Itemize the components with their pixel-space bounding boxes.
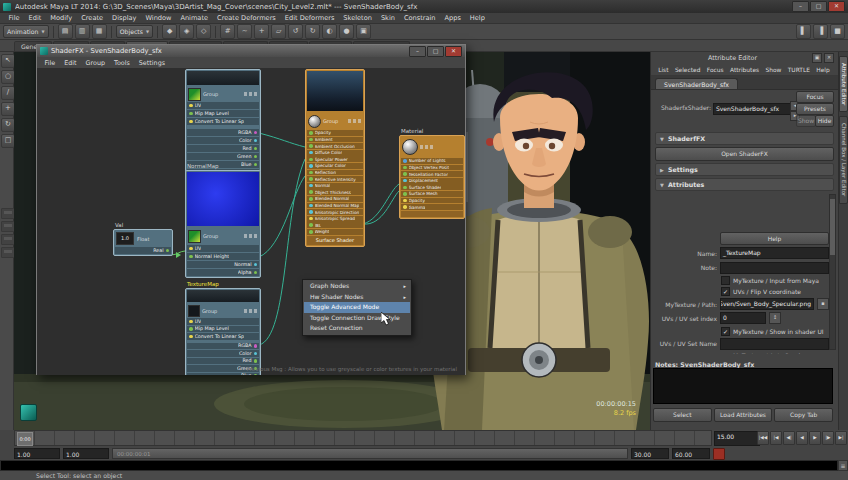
maximize-button[interactable]: ▢ xyxy=(810,1,827,12)
step-back-frame-button[interactable]: |◀ xyxy=(770,431,782,445)
node-input-port[interactable]: Convert To Linear Sp xyxy=(187,333,259,340)
node-tab[interactable]: SvenShaderBody_sfx xyxy=(655,78,738,89)
section-settings[interactable]: ▶Settings xyxy=(655,163,834,176)
menu-item[interactable]: Attributes xyxy=(727,67,762,73)
show-in-shader-ui-checkbox[interactable]: ✓ xyxy=(721,327,730,336)
attribute-editor-footer-button[interactable]: Load Attributes xyxy=(714,408,773,422)
menu-item[interactable]: Edit xyxy=(60,59,81,67)
node-output-port[interactable]: Alpha xyxy=(187,269,259,276)
step-forward-frame-button[interactable]: ▶| xyxy=(835,431,847,445)
node-output-port[interactable]: Color xyxy=(187,137,259,144)
layout-shortcut-button[interactable] xyxy=(1,247,15,258)
open-shaderfx-button[interactable]: Open ShaderFX xyxy=(655,147,834,161)
select-hierarchy-icon[interactable]: ◆ xyxy=(162,24,177,39)
name-field[interactable]: _TextureMap xyxy=(720,247,829,259)
lasso-tool-icon[interactable]: ○ xyxy=(1,70,15,84)
move-tool-icon[interactable]: + xyxy=(1,102,15,116)
texture-path-field[interactable]: sourceimages/Sven/Sven_Body_Specular.png xyxy=(720,298,814,310)
node-input-port[interactable]: Normal xyxy=(307,183,363,189)
node-input-port[interactable]: Object Vertex Posit xyxy=(401,165,463,171)
node-input-port[interactable]: Number of Lights xyxy=(401,158,463,164)
menu-item[interactable]: Help xyxy=(465,14,489,22)
menu-item[interactable]: Tools xyxy=(110,59,135,67)
node-input-port[interactable]: Opacity xyxy=(401,198,463,204)
node-material[interactable]: Material Number of LightsObject Vertex P… xyxy=(399,135,465,219)
node-output-port[interactable]: Color xyxy=(187,350,259,357)
attribute-editor-toggle-icon[interactable]: ■ xyxy=(830,24,845,39)
node-input-port[interactable]: Diffuse Color xyxy=(307,150,363,156)
node-input-port[interactable]: Surface Mesh xyxy=(401,191,463,197)
menu-item[interactable]: Create Deformers xyxy=(213,14,281,22)
node-val[interactable]: Val 1.0 Float Real xyxy=(113,229,173,256)
node-header-icons[interactable] xyxy=(244,234,258,238)
menu-item[interactable]: Focus xyxy=(704,67,727,73)
flip-v-checkbox[interactable]: ✓ xyxy=(721,287,730,296)
context-menu-item[interactable]: Graph Nodes xyxy=(304,281,410,292)
notes-area[interactable] xyxy=(653,368,833,404)
anim-start-field[interactable]: 1.00 xyxy=(14,448,60,459)
node-input-port[interactable]: Ambient Occlusion xyxy=(307,143,363,149)
uv-set-name-field[interactable] xyxy=(720,338,829,350)
attribute-editor-footer-button[interactable]: Select xyxy=(653,408,712,422)
presets-button[interactable]: Presets xyxy=(796,103,834,115)
step-back-key-button[interactable]: ◀| xyxy=(783,431,795,445)
close-button[interactable]: ✕ xyxy=(828,1,845,12)
menu-item[interactable]: TURTLE xyxy=(785,67,814,73)
undo-icon[interactable]: ↺ xyxy=(288,24,303,39)
playhead[interactable]: 0:00 xyxy=(17,432,33,446)
context-menu-item[interactable]: Reset Connection xyxy=(304,323,410,334)
maximize-button[interactable]: ▢ xyxy=(427,46,444,57)
node-input-port[interactable]: UV xyxy=(187,245,259,252)
context-menu-item[interactable]: Toggle Connection Draw Style xyxy=(304,313,410,324)
menu-item[interactable]: Apps xyxy=(440,14,465,22)
node-input-port[interactable]: Reflection xyxy=(307,170,363,176)
layout-shortcut-button[interactable] xyxy=(1,234,15,245)
shaderfx-node-canvas[interactable]: TextureMap Group UVMip Map LevelConvert … xyxy=(37,69,465,375)
node-output-port[interactable]: Red xyxy=(187,358,259,365)
node-surface-shader[interactable]: Group OpacityAmbientAmbient OcclusionDif… xyxy=(305,69,365,247)
node-input-port[interactable]: UV xyxy=(187,102,259,109)
node-input-port[interactable]: Weight xyxy=(307,229,363,235)
scale-tool-icon[interactable]: □ xyxy=(1,134,15,148)
node-texturemap-bottom[interactable]: TextureMap Group UVMip Map LevelConvert … xyxy=(185,288,261,375)
channel-box-side-tab[interactable]: Channel Box / Layer Editor xyxy=(839,116,848,203)
show-button[interactable]: Show xyxy=(796,115,816,127)
anim-end-field[interactable]: 60.00 xyxy=(672,448,710,459)
menu-item[interactable]: File xyxy=(40,59,60,67)
playback-end-field[interactable]: 30.00 xyxy=(631,448,669,459)
layout-shortcut-button[interactable] xyxy=(1,221,15,232)
node-input-port[interactable]: Tessellation Factor xyxy=(401,171,463,177)
menu-item[interactable]: Display xyxy=(108,14,141,22)
menu-item[interactable]: Window xyxy=(141,14,176,22)
node-output-port[interactable]: RGBA xyxy=(187,129,259,136)
node-input-port[interactable]: Blended Normal Map xyxy=(307,203,363,209)
sidebar-toggle-icon[interactable]: ▌ xyxy=(796,24,811,39)
node-header-icons[interactable] xyxy=(348,119,362,123)
node-input-port[interactable]: Surface Shader xyxy=(401,184,463,190)
node-input-port[interactable]: IBL xyxy=(307,222,363,228)
menu-item[interactable]: Edit Deformers xyxy=(280,14,339,22)
time-slider[interactable]: 0:00 xyxy=(14,430,712,446)
command-line-input[interactable] xyxy=(0,460,838,471)
node-output-port[interactable]: Blue xyxy=(187,373,259,376)
node-normalmap[interactable]: NormalMap Group UVNormal Height NormalAl… xyxy=(185,170,261,278)
node-input-port[interactable]: Object Thickness xyxy=(307,189,363,195)
render-icon[interactable]: ◐ xyxy=(322,24,337,39)
menu-set-dropdown[interactable]: Animation xyxy=(3,25,49,38)
snap-to-grid-icon[interactable]: # xyxy=(220,24,235,39)
menu-item[interactable]: List xyxy=(655,67,672,73)
node-output-port[interactable]: Real xyxy=(115,247,171,254)
panel-popout-icon[interactable]: ▣ xyxy=(812,53,822,63)
node-input-port[interactable]: Blended Normal xyxy=(307,196,363,202)
spin-icon[interactable]: ↕ xyxy=(769,312,781,324)
node-input-port[interactable]: Mip Map Level xyxy=(187,110,259,117)
step-forward-key-button[interactable]: |▶ xyxy=(822,431,834,445)
menu-item[interactable]: Constrain xyxy=(399,14,440,22)
snap-to-plane-icon[interactable]: ▱ xyxy=(271,24,286,39)
node-texturemap-top[interactable]: TextureMap Group UVMip Map LevelConvert … xyxy=(185,69,261,178)
node-output-port[interactable]: Normal xyxy=(187,261,259,268)
paint-select-tool-icon[interactable]: / xyxy=(1,86,15,100)
menu-item[interactable]: File xyxy=(4,14,24,22)
selection-mode-dropdown[interactable]: Objects xyxy=(116,25,153,38)
go-to-start-button[interactable]: |◀◀ xyxy=(757,431,769,445)
